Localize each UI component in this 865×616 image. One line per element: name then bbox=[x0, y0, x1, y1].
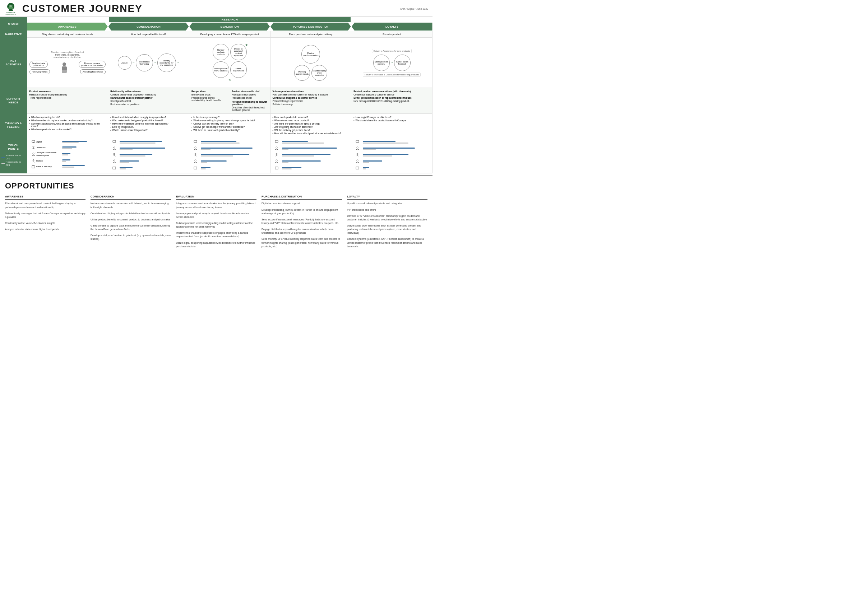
loyalty-utilize-node: Utilize products on menu bbox=[373, 55, 390, 71]
touchpoints-purchase bbox=[270, 137, 351, 173]
header-date: Shift7 Digital · June 2020 bbox=[400, 8, 428, 10]
stage-consideration: CONSIDERATION bbox=[109, 23, 189, 30]
opp-purchase-item-2: Send account/transactional messages (Par… bbox=[262, 218, 342, 225]
svg-rect-23 bbox=[275, 140, 278, 143]
opp-loyalty-item-0: Upsell/cross sell relevant products and … bbox=[347, 202, 427, 205]
eval-decide-node: Decide topurchase/contractagreement bbox=[230, 44, 247, 60]
eval-define-node: Definerequirements bbox=[230, 61, 247, 78]
svg-rect-12 bbox=[33, 165, 34, 166]
activities-consideration: Aware → InformationGathering → Identify … bbox=[108, 38, 189, 88]
svg-point-9 bbox=[33, 153, 34, 154]
touch-points-label: TOUCHPOINTS = current role at CFS = oppo… bbox=[0, 137, 27, 173]
opp-purchase-header: PURCHASE & DISTRIBUTION bbox=[262, 195, 342, 200]
touch-points-row: TOUCHPOINTS = current role at CFS = oppo… bbox=[0, 137, 433, 173]
stage-awareness: AWARENESS bbox=[27, 23, 108, 30]
touchpoints-evaluation bbox=[189, 137, 270, 173]
key-activities-label: KEYACTIVITIES bbox=[0, 38, 27, 88]
svg-rect-27 bbox=[275, 167, 278, 169]
activities-evaluation: ★ Narrow/evaluateproducts Decide topurch… bbox=[189, 38, 270, 88]
activities-purchase: Placing purchase orders Planning quantit… bbox=[270, 38, 351, 88]
opp-consideration-col: CONSIDERATION Nurture users towards conv… bbox=[90, 195, 171, 251]
svg-point-14 bbox=[113, 147, 115, 148]
svg-text:FOODSERVICE: FOODSERVICE bbox=[5, 14, 16, 15]
svg-rect-28 bbox=[356, 140, 359, 143]
stage-purchase: PURCHASE & DISTRIBUTION bbox=[271, 23, 351, 30]
logo-area: CONAGRA FOODSERVICE bbox=[4, 2, 17, 15]
opp-awareness-item-1: Deliver timely messages that reinforces … bbox=[5, 212, 85, 219]
svg-point-10 bbox=[33, 159, 34, 161]
svg-point-25 bbox=[276, 153, 277, 155]
svg-point-19 bbox=[195, 147, 196, 148]
svg-point-8 bbox=[33, 146, 34, 148]
loyalty-gather-node: Gather patron feedback bbox=[394, 55, 411, 71]
touchpoints-awareness: Digital Distributor bbox=[27, 137, 108, 173]
narrative-purchase: Place purchase order and plan delivery bbox=[270, 31, 351, 38]
opp-consideration-header: CONSIDERATION bbox=[90, 195, 171, 200]
opp-evaluation-header: EVALUATION bbox=[176, 195, 257, 200]
stage-evaluation: EVALUATION bbox=[189, 23, 270, 30]
opp-consideration-item-2: Utilize product benefits to connect prod… bbox=[90, 218, 171, 222]
opp-awareness-header: AWARENESS bbox=[5, 195, 85, 200]
thinking-feeling-label: THINKING &FEELING bbox=[0, 114, 27, 137]
svg-point-1 bbox=[9, 5, 13, 7]
narrative-awareness: Stay abreast on industry and customer tr… bbox=[27, 31, 108, 38]
person-figure bbox=[62, 63, 67, 73]
opp-awareness-col: AWARENESS Educational and non-promotiona… bbox=[5, 195, 85, 251]
awareness-following-node: Following trends bbox=[30, 69, 50, 74]
svg-rect-2 bbox=[9, 10, 13, 11]
opp-evaluation-col: EVALUATION Integrate customer service an… bbox=[176, 195, 257, 251]
opp-consideration-item-3: Gated content to capture data and build … bbox=[90, 224, 171, 231]
support-needs-row: SUPPORTNEEDS Product awareness Relevant … bbox=[0, 88, 433, 114]
narrative-consideration: How do I respond to this trend? bbox=[108, 31, 189, 38]
svg-point-20 bbox=[195, 153, 196, 155]
opp-loyalty-col: LOYALTY Upsell/cross sell relevant produ… bbox=[347, 195, 427, 251]
svg-rect-13 bbox=[113, 140, 116, 143]
svg-point-15 bbox=[113, 153, 115, 155]
eval-narrow-node: Narrow/evaluateproducts bbox=[213, 44, 229, 60]
stage-row: STAGE RESEARCH bbox=[0, 17, 433, 22]
opp-evaluation-item-1: Leverage pre and post sample request dat… bbox=[176, 212, 257, 219]
opportunities-title: OPPORTUNITIES bbox=[5, 181, 427, 191]
svg-rect-18 bbox=[194, 140, 197, 143]
thinking-feeling-row: THINKING &FEELING •What are upcoming tre… bbox=[0, 114, 433, 137]
narrative-evaluation: Developing a menu item or LTO with sampl… bbox=[189, 31, 270, 38]
svg-point-21 bbox=[195, 160, 196, 161]
opp-loyalty-header: LOYALTY bbox=[347, 195, 427, 200]
stage-arrows-row: AWARENESS CONSIDERATION EVALUATION PURCH… bbox=[0, 22, 433, 31]
consideration-aware-node: Aware bbox=[118, 56, 131, 70]
opp-awareness-item-3: Analyze behavior data across digital tou… bbox=[5, 228, 85, 231]
support-consideration: Relationship with customer Conagra brand… bbox=[108, 88, 189, 114]
opp-consideration-item-1: Consistent and high quality product deta… bbox=[90, 212, 171, 215]
opp-loyalty-item-2: Develop CFS "Voice of Customer" communit… bbox=[347, 214, 427, 222]
thinking-purchase: •How much product do we need? •When do w… bbox=[270, 114, 351, 137]
support-needs-label: SUPPORTNEEDS bbox=[0, 88, 27, 114]
opportunities-section: OPPORTUNITIES AWARENESS Educational and … bbox=[0, 175, 433, 255]
opp-evaluation-item-2: Build appropriate lead scoring/grading m… bbox=[176, 222, 257, 229]
svg-point-26 bbox=[276, 160, 277, 161]
opp-purchase-item-4: Send monthly CFS Value Delivery Report t… bbox=[262, 237, 342, 248]
consideration-identify-node: Identify opportunity for my operation bbox=[158, 53, 176, 72]
conagra-logo-icon: CONAGRA FOODSERVICE bbox=[4, 2, 17, 15]
svg-point-30 bbox=[357, 153, 358, 155]
research-banner: RESEARCH bbox=[109, 17, 351, 22]
purchase-planning-node: Planning quantity needs bbox=[294, 65, 310, 81]
svg-rect-32 bbox=[356, 167, 359, 169]
svg-rect-17 bbox=[113, 167, 116, 169]
thinking-consideration: •How does this trend affect or apply to … bbox=[108, 114, 189, 137]
support-loyalty: Related product recommendations (with di… bbox=[351, 88, 433, 114]
thinking-loyalty: •How might Conagra be able to us? •We sh… bbox=[351, 114, 433, 137]
opp-loyalty-item-3: Utilize social proof techniques such as … bbox=[347, 224, 427, 235]
support-purchase: Volume purchase incentives Post-purchase… bbox=[270, 88, 351, 114]
touchpoints-consideration bbox=[108, 137, 189, 173]
eval-ideate-node: Ideate product/menu solutions bbox=[213, 61, 229, 78]
opp-consideration-item-0: Nurture users towards conversion with ta… bbox=[90, 202, 171, 209]
opp-purchase-item-3: Engage distributor reps with regular com… bbox=[262, 228, 342, 235]
support-awareness: Product awareness Relevant industry thou… bbox=[27, 88, 108, 114]
opp-purchase-item-0: Digital access to customer support bbox=[262, 202, 342, 205]
svg-point-24 bbox=[276, 147, 277, 148]
narrative-label: NARRATIVE bbox=[0, 31, 27, 38]
purchase-logistics-node: Logistics/supply chain monitoring bbox=[312, 65, 327, 81]
svg-point-16 bbox=[113, 160, 115, 161]
opp-evaluation-item-0: Integrate customer service and sales int… bbox=[176, 202, 257, 209]
key-activities-row: KEYACTIVITIES Passive consumption of con… bbox=[0, 38, 433, 88]
